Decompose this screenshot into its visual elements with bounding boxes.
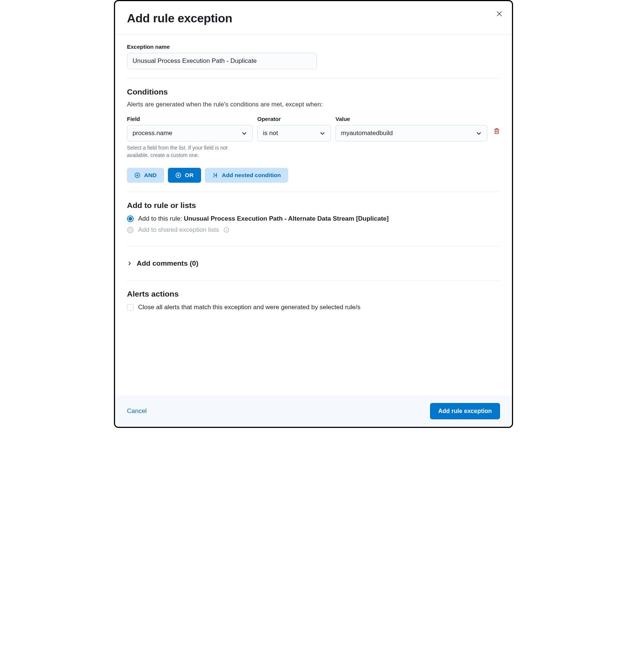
- field-select[interactable]: process.name: [127, 125, 253, 141]
- add-comments-label: Add comments (0): [137, 259, 198, 268]
- conditions-title: Conditions: [127, 87, 500, 96]
- chevron-down-icon: [319, 130, 325, 136]
- close-icon: [496, 11, 502, 17]
- exception-name-section: Exception name: [127, 35, 500, 78]
- add-rule-exception-button[interactable]: Add rule exception: [430, 403, 500, 419]
- field-helper-text: Select a field from the list. If your fi…: [127, 144, 250, 159]
- modal-title: Add rule exception: [127, 12, 232, 25]
- radio-label: Add to this rule: Unusual Process Execut…: [138, 215, 389, 223]
- value-select[interactable]: myautomatedbuild: [335, 125, 487, 141]
- alerts-actions-section: Alerts actions Close all alerts that mat…: [127, 281, 500, 320]
- value-select-value: myautomatedbuild: [341, 129, 393, 137]
- conditions-section: Conditions Alerts are generated when the…: [127, 79, 500, 192]
- operator-select-value: is not: [263, 129, 278, 137]
- add-nested-button-label: Add nested condition: [222, 172, 281, 179]
- info-icon: [223, 227, 229, 233]
- modal-header: Add rule exception: [115, 1, 512, 34]
- chevron-down-icon: [241, 130, 247, 136]
- value-column-label: Value: [335, 116, 487, 122]
- cancel-button[interactable]: Cancel: [127, 407, 147, 415]
- exception-name-label: Exception name: [127, 44, 500, 50]
- plus-circle-icon: [175, 172, 181, 178]
- or-button-label: OR: [185, 172, 194, 179]
- condition-operator-column: Operator is not: [257, 116, 331, 141]
- radio-label-prefix: Add to this rule:: [138, 215, 184, 222]
- chevron-down-icon: [476, 130, 482, 136]
- nested-icon: [212, 172, 218, 178]
- radio-icon: [127, 227, 134, 233]
- add-to-title: Add to rule or lists: [127, 201, 500, 210]
- condition-field-column: Field process.name Select a field from t…: [127, 116, 253, 159]
- and-button-label: AND: [144, 172, 157, 179]
- radio-label-rule-name: Unusual Process Execution Path - Alterna…: [184, 215, 389, 222]
- condition-buttons-row: AND OR Add nested condition: [127, 168, 500, 183]
- add-comments-toggle[interactable]: Add comments (0): [127, 247, 500, 280]
- add-nested-button[interactable]: Add nested condition: [205, 168, 288, 183]
- chevron-right-icon: [127, 261, 132, 266]
- radio-add-to-this-rule[interactable]: Add to this rule: Unusual Process Execut…: [127, 215, 500, 223]
- field-select-value: process.name: [133, 129, 172, 137]
- alerts-actions-title: Alerts actions: [127, 289, 500, 298]
- checkbox-icon: [127, 304, 134, 311]
- modal-content: Exception name Conditions Alerts are gen…: [115, 35, 512, 396]
- condition-row: Field process.name Select a field from t…: [127, 116, 500, 159]
- or-button[interactable]: OR: [168, 168, 201, 183]
- and-button[interactable]: AND: [127, 168, 164, 183]
- exception-name-input[interactable]: [127, 53, 317, 69]
- radio-add-to-shared-lists: Add to shared exception lists: [127, 226, 500, 234]
- close-alerts-checkbox-label: Close all alerts that match this excepti…: [138, 304, 360, 311]
- add-to-section: Add to rule or lists Add to this rule: U…: [127, 192, 500, 246]
- field-column-label: Field: [127, 116, 253, 122]
- radio-label: Add to shared exception lists: [138, 226, 219, 234]
- trash-icon: [493, 128, 500, 134]
- close-alerts-checkbox-row[interactable]: Close all alerts that match this excepti…: [127, 304, 500, 311]
- modal-footer: Cancel Add rule exception: [115, 396, 512, 427]
- radio-icon: [127, 215, 134, 222]
- add-to-radio-group: Add to this rule: Unusual Process Execut…: [127, 215, 500, 234]
- condition-value-column: Value myautomatedbuild: [335, 116, 487, 141]
- conditions-subtitle: Alerts are generated when the rule's con…: [127, 101, 500, 108]
- operator-column-label: Operator: [257, 116, 331, 122]
- delete-condition-button[interactable]: [492, 124, 500, 135]
- svg-point-2: [215, 175, 216, 176]
- operator-select[interactable]: is not: [257, 125, 331, 141]
- plus-circle-icon: [134, 172, 140, 178]
- close-button[interactable]: [495, 9, 504, 19]
- add-rule-exception-modal: Add rule exception Exception name Condit…: [114, 0, 513, 428]
